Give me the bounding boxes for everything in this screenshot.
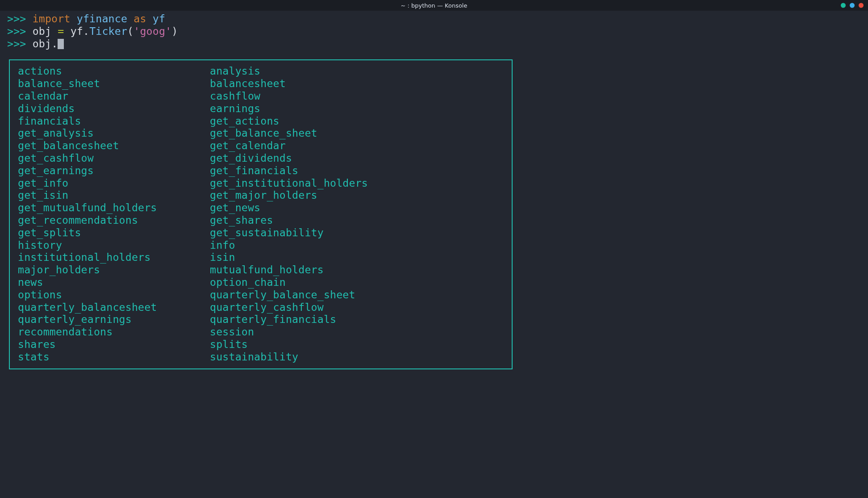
- code-token: as: [134, 13, 146, 25]
- close-button[interactable]: [859, 3, 864, 8]
- completion-item[interactable]: session: [210, 326, 504, 338]
- maximize-button[interactable]: [850, 3, 855, 8]
- completion-item[interactable]: get_info: [18, 177, 210, 189]
- code-token: .: [83, 25, 89, 37]
- completion-item[interactable]: balancesheet: [210, 77, 504, 90]
- completion-item[interactable]: balance_sheet: [18, 77, 210, 90]
- completion-item[interactable]: get_cashflow: [18, 152, 210, 164]
- completion-item[interactable]: news: [18, 276, 210, 289]
- titlebar: ~ : bpython — Konsole: [0, 0, 868, 11]
- repl-line: >>> import yfinance as yf: [7, 13, 861, 25]
- completion-item[interactable]: quarterly_earnings: [18, 313, 210, 326]
- completion-item[interactable]: get_news: [210, 201, 504, 214]
- completion-item[interactable]: dividends: [18, 102, 210, 115]
- completion-item[interactable]: analysis: [210, 65, 504, 77]
- completion-item[interactable]: cashflow: [210, 90, 504, 102]
- minimize-button[interactable]: [841, 3, 846, 8]
- completion-item[interactable]: recommendations: [18, 326, 210, 338]
- window-controls: [841, 3, 864, 8]
- code-token: yfinance: [77, 13, 127, 25]
- completion-item[interactable]: get_dividends: [210, 152, 504, 164]
- code-token: Ticker: [89, 25, 127, 37]
- code-token: yf: [153, 13, 165, 25]
- completion-item[interactable]: get_institutional_holders: [210, 177, 504, 189]
- completion-item[interactable]: get_sustainability: [210, 226, 504, 239]
- completion-item[interactable]: mutualfund_holders: [210, 264, 504, 276]
- completion-item[interactable]: stats: [18, 351, 210, 363]
- completion-item[interactable]: get_analysis: [18, 127, 210, 139]
- code-token: obj: [33, 25, 51, 37]
- completion-item[interactable]: options: [18, 289, 210, 301]
- completion-item[interactable]: institutional_holders: [18, 251, 210, 264]
- code-token: [146, 13, 153, 25]
- completion-popup: actionsanalysisbalance_sheetbalancesheet…: [9, 59, 513, 369]
- completion-item[interactable]: get_isin: [18, 189, 210, 201]
- code-token: [71, 13, 77, 25]
- code-token: (: [127, 25, 134, 37]
- completion-item[interactable]: get_calendar: [210, 139, 504, 152]
- completion-item[interactable]: calendar: [18, 90, 210, 102]
- completion-item[interactable]: actions: [18, 65, 210, 77]
- completion-item[interactable]: quarterly_financials: [210, 313, 504, 326]
- completion-item[interactable]: major_holders: [18, 264, 210, 276]
- code-token: obj: [33, 38, 51, 50]
- completion-item[interactable]: get_shares: [210, 214, 504, 226]
- cursor-icon: [58, 39, 64, 49]
- completion-item[interactable]: info: [210, 239, 504, 251]
- window-title: ~ : bpython — Konsole: [401, 2, 467, 9]
- completion-item[interactable]: isin: [210, 251, 504, 264]
- completion-item[interactable]: option_chain: [210, 276, 504, 289]
- code-token: ): [171, 25, 178, 37]
- completion-item[interactable]: get_splits: [18, 226, 210, 239]
- completion-item[interactable]: financials: [18, 115, 210, 127]
- completion-item[interactable]: quarterly_balancesheet: [18, 301, 210, 314]
- completion-item[interactable]: get_actions: [210, 115, 504, 127]
- completion-item[interactable]: splits: [210, 338, 504, 351]
- repl-prompt: >>>: [7, 13, 33, 25]
- completion-item[interactable]: get_major_holders: [210, 189, 504, 201]
- code-token: .: [51, 38, 58, 50]
- completion-item[interactable]: quarterly_balance_sheet: [210, 289, 504, 301]
- code-token: 'goog': [134, 25, 171, 37]
- completion-item[interactable]: sustainability: [210, 351, 504, 363]
- completion-item[interactable]: get_balancesheet: [18, 139, 210, 152]
- completion-item[interactable]: get_financials: [210, 164, 504, 177]
- completion-item[interactable]: quarterly_cashflow: [210, 301, 504, 314]
- repl-line: >>> obj = yf.Ticker('goog'): [7, 25, 861, 38]
- code-token: [127, 13, 134, 25]
- code-token: import: [33, 13, 71, 25]
- completion-item[interactable]: get_earnings: [18, 164, 210, 177]
- code-token: =: [58, 25, 64, 37]
- code-token: [64, 25, 70, 37]
- completion-item[interactable]: get_balance_sheet: [210, 127, 504, 139]
- completion-item[interactable]: earnings: [210, 102, 504, 115]
- repl-prompt: >>>: [7, 25, 33, 37]
- repl-line: >>> obj.: [7, 38, 861, 50]
- completion-item[interactable]: get_recommendations: [18, 214, 210, 226]
- code-token: [51, 25, 58, 37]
- completion-item[interactable]: shares: [18, 338, 210, 351]
- completion-item[interactable]: get_mutualfund_holders: [18, 201, 210, 214]
- terminal-area[interactable]: >>> import yfinance as yf>>> obj = yf.Ti…: [0, 11, 868, 369]
- code-token: yf: [71, 25, 83, 37]
- completion-item[interactable]: history: [18, 239, 210, 251]
- repl-prompt: >>>: [7, 38, 33, 50]
